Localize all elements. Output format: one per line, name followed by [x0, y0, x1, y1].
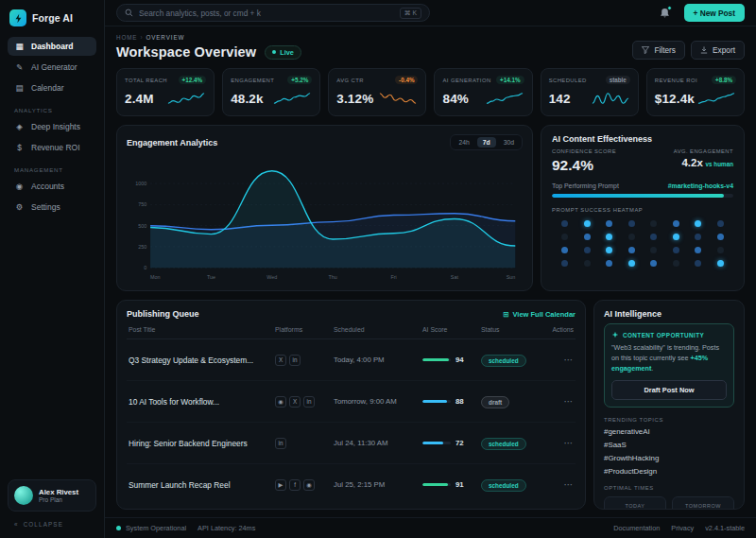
search-shortcut-badge: ⌘ K: [400, 8, 421, 19]
trending-topic[interactable]: #SaaS: [604, 441, 734, 449]
trending-topic[interactable]: #ProductDesign: [604, 467, 734, 476]
status-badge: scheduled: [481, 438, 526, 450]
row-actions-button[interactable]: ⋯: [541, 355, 574, 365]
queue-row[interactable]: Summer Launch Recap Reel ▶f◉ Jul 25, 2:1…: [127, 464, 576, 505]
post-title: 10 AI Tools for Workflow...: [129, 397, 275, 407]
stat-card-total-reach: TOTAL REACH+12.4% 2.4M: [116, 68, 215, 116]
heatmap-dot: [628, 220, 635, 227]
search-input[interactable]: [139, 9, 394, 18]
top-prompt-link[interactable]: #marketing-hooks-v4: [668, 182, 733, 189]
status-badge: draft: [481, 396, 509, 408]
row-actions-button[interactable]: ⋯: [541, 438, 574, 448]
heatmap-dot: [673, 220, 679, 227]
stat-delta-badge: stable: [606, 76, 630, 84]
new-post-button[interactable]: + New Post: [684, 4, 746, 22]
app-root: Forge AI ▦ Dashboard ✎ AI Generator ▤ Ca…: [0, 0, 756, 538]
filters-button[interactable]: Filters: [632, 41, 685, 60]
app-logo: Forge AI: [8, 9, 96, 37]
sidebar-item-deep-insights[interactable]: ◈ Deep Insights: [8, 117, 96, 136]
avatar: [14, 486, 33, 505]
heatmap-dot: [561, 234, 568, 240]
breadcrumb-current: OVERVIEW: [146, 34, 184, 41]
heatmap-dot: [650, 220, 657, 227]
scheduled-time: Tomorrow, 9:00 AM: [334, 397, 422, 406]
notifications-bell-button[interactable]: [658, 6, 673, 21]
sidebar-item-accounts[interactable]: ◉ Accounts: [8, 177, 96, 196]
queue-table-header: Post Title Platforms Scheduled AI Score …: [127, 323, 576, 339]
sidebar-item-calendar[interactable]: ▤ Calendar: [8, 78, 96, 97]
stat-value: $12.4k: [655, 92, 695, 106]
collapse-button[interactable]: « COLLAPSE: [8, 518, 96, 530]
queue-row[interactable]: 10 AI Tools for Workflow... ◉Xin Tomorro…: [127, 381, 576, 423]
svg-text:Tue: Tue: [207, 274, 215, 280]
status-cell: scheduled: [481, 480, 541, 490]
notification-dot: [667, 6, 672, 10]
version-label: v2.4.1-stable: [705, 524, 745, 532]
heatmap-dot: [717, 247, 724, 253]
privacy-link[interactable]: Privacy: [671, 524, 694, 532]
heatmap-dot: [673, 260, 679, 267]
sidebar-item-dashboard[interactable]: ▦ Dashboard: [8, 37, 96, 56]
logo-bolt-icon: [9, 9, 26, 26]
prompt-progress-track: [552, 194, 733, 198]
sidebar-item-revenue-roi[interactable]: $ Revenue ROI: [8, 138, 96, 157]
panel-title: AI Intelligence: [604, 309, 662, 319]
sidebar-item-settings[interactable]: ⚙ Settings: [8, 198, 96, 217]
sidebar-item-label: AI Generator: [31, 62, 77, 72]
range-pill-30d[interactable]: 30d: [498, 137, 520, 148]
stat-delta-badge: +12.4%: [179, 76, 207, 84]
heatmap-dot: [717, 220, 724, 227]
live-badge: Live: [265, 45, 301, 60]
user-card[interactable]: Alex Rivest Pro Plan: [8, 479, 96, 512]
collapse-chevron-icon: «: [14, 521, 19, 528]
trending-topic[interactable]: #generativeAI: [604, 427, 734, 436]
heatmap-dot: [584, 220, 591, 227]
documentation-link[interactable]: Documentation: [613, 524, 660, 532]
download-icon: [700, 46, 708, 54]
prompt-progress-fill: [552, 194, 724, 198]
status-bar: System Operational API Latency: 24ms Doc…: [105, 517, 756, 538]
stat-label: AVG CTR: [336, 78, 364, 83]
stat-label: SCHEDULED: [549, 78, 587, 83]
search-box[interactable]: ⌘ K: [116, 4, 430, 22]
heatmap-dot: [606, 220, 612, 227]
insights-icon: ◈: [14, 122, 25, 131]
draft-post-now-button[interactable]: Draft Post Now: [611, 380, 727, 400]
svg-text:Thu: Thu: [329, 274, 337, 280]
row-actions-button[interactable]: ⋯: [541, 479, 574, 490]
breadcrumb-home[interactable]: HOME: [116, 34, 137, 41]
heatmap-dot: [650, 234, 657, 240]
stat-delta-badge: +5.2%: [287, 76, 312, 84]
user-name: Alex Rivest: [39, 488, 78, 496]
heatmap-label: PROMPT SUCCESS HEATMAP: [552, 207, 733, 213]
ai-effectiveness-panel: AI Content Effectiveness CONFIDENCE SCOR…: [541, 125, 745, 291]
x-icon: X: [275, 355, 286, 366]
platforms-cell: ▶f◉: [275, 479, 334, 491]
stat-value: 48.2k: [231, 92, 263, 106]
stat-delta-badge: +8.8%: [712, 76, 736, 84]
gear-icon: ⚙: [14, 202, 25, 212]
instagram-icon: ◉: [275, 396, 286, 408]
sidebar-item-label: Dashboard: [31, 42, 73, 51]
scheduled-time: Jul 24, 11:30 AM: [334, 439, 422, 447]
platforms-cell: in: [275, 438, 334, 449]
platforms-cell: ◉Xin: [275, 396, 334, 408]
range-pill-24h[interactable]: 24h: [453, 137, 474, 148]
score-bar: [422, 483, 451, 486]
view-full-calendar-link[interactable]: ⊞ View Full Calendar: [503, 310, 576, 319]
sidebar-item-ai-generator[interactable]: ✎ AI Generator: [8, 58, 96, 77]
search-icon: [125, 9, 133, 17]
stats-row: TOTAL REACH+12.4% 2.4M ENGAGEMENT+5.2% 4…: [116, 68, 745, 116]
status-cell: scheduled: [481, 439, 541, 448]
scheduled-time: Today, 4:00 PM: [334, 356, 422, 364]
status-badge: scheduled: [481, 355, 526, 367]
system-status-text: System Operational: [126, 524, 186, 532]
heatmap-dot: [695, 220, 701, 227]
queue-row[interactable]: Hiring: Senior Backend Engineers in Jul …: [127, 423, 576, 464]
range-pill-7d[interactable]: 7d: [477, 137, 496, 148]
row-actions-button[interactable]: ⋯: [541, 396, 574, 407]
trending-topic[interactable]: #GrowthHacking: [604, 454, 734, 462]
queue-row[interactable]: Q3 Strategy Update & Ecosystem... Xin To…: [127, 339, 576, 381]
optimal-time-card-today: TODAY 4:15 PM: [604, 496, 666, 510]
export-button[interactable]: Export: [691, 41, 745, 60]
